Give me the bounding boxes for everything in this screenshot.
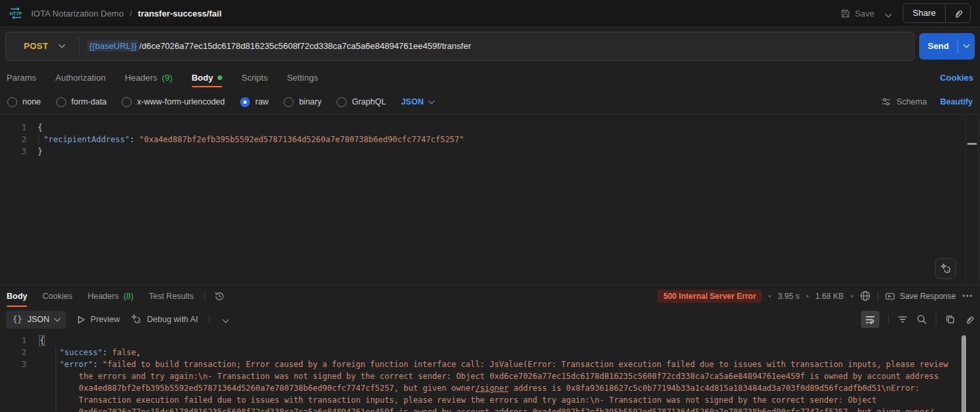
request-tab-body[interactable]: Body [192,65,223,90]
share-group: Share [903,3,971,23]
radio-icon[interactable] [337,97,347,107]
response-tab-headers[interactable]: Headers(8) [87,285,134,307]
status-badge[interactable]: 500 Internal Server Error [657,290,762,303]
save-response-button[interactable]: Save Response [885,291,956,302]
request-bar: POST {{baseURL}} /d6ce7026a77ec15dc6178d… [0,27,980,65]
method-chevron-icon [59,42,65,48]
tab-label: Cookies [42,292,72,301]
code-line: 0xa4ed887bf2efb395b5592ed57871364d5260a7… [0,382,980,394]
save-button[interactable]: Save [840,9,875,19]
url-path: /d6ce7026a77ec15dc6178d816235c5608f72cd3… [140,41,471,51]
request-tab-scripts[interactable]: Scripts [241,65,268,90]
raw-language-label: JSON [401,97,424,106]
save-options-chevron-icon[interactable] [882,5,895,22]
copy-icon[interactable] [945,314,956,325]
code-content: the errors and try again:\n- Transaction… [32,370,938,382]
breadcrumb-request-name[interactable]: transfer-success/fail [138,9,222,19]
body-mode-x-www-form-urlencoded[interactable]: x-www-form-urlencoded [122,97,225,107]
response-size[interactable]: 1.68 KB [815,292,844,301]
schema-button[interactable]: Schema [881,97,927,107]
copy-link-icon[interactable] [946,9,970,19]
code-content: "recipientAddress": "0xa4ed887bf2efb395b… [32,134,464,145]
play-icon [77,315,85,324]
save-button-label: Save [855,9,875,19]
response-toolbar: {} JSON Preview Debug with AI [0,307,980,332]
radio-icon[interactable] [56,97,66,107]
search-icon[interactable] [917,314,927,325]
url-variable: {{baseURL}} [87,40,139,52]
response-tab-body[interactable]: Body [7,285,27,307]
format-chevron-icon [54,315,60,321]
breadcrumb-separator: / [130,9,132,19]
raw-language-dropdown[interactable]: JSON [401,97,434,106]
tab-label: Body [192,73,214,83]
response-tab-test-results[interactable]: Test Results [149,285,194,307]
debug-with-ai-label: Debug with AI [147,315,198,324]
network-globe-icon[interactable] [860,290,871,302]
beautify-button[interactable]: Beautify [940,97,973,106]
code-line: 1{ [0,335,980,347]
tab-label: Headers [87,292,118,301]
wrap-text-toggle[interactable] [861,311,879,328]
response-tab-cookies[interactable]: Cookies [42,285,72,307]
code-line: 1{ [0,122,980,134]
body-mode-graphql[interactable]: GraphQL [337,97,386,107]
editor-scrollbar-track[interactable] [965,114,979,284]
tab-label: Headers [125,73,157,83]
language-chevron-icon [428,97,434,104]
postbot-ai-button[interactable] [935,258,956,279]
code-content: { [32,335,44,347]
radio-icon[interactable] [122,97,132,107]
method-label: POST [24,41,48,51]
request-tab-params[interactable]: Params [7,65,36,90]
request-tab-headers[interactable]: Headers(9) [125,65,173,90]
breadcrumb-collection[interactable]: IOTA Notarization Demo [31,9,124,19]
response-body-editor[interactable]: 1{2"success": false,3"error": "failed to… [0,332,980,412]
line-number [0,394,26,406]
code-line: 3"error": "failed to build transaction; … [0,358,980,370]
url-box: POST {{baseURL}} /d6ce7026a77ec15dc6178d… [5,32,915,61]
breadcrumb: HTTP IOTA Notarization Demo / transfer-s… [9,7,222,20]
preview-button[interactable]: Preview [77,315,120,324]
modified-dot-icon [218,75,222,80]
code-content: 0xa4ed887bf2efb395b5592ed57871364d5260a7… [32,382,920,394]
body-mode-form-data[interactable]: form-data [56,97,107,107]
radio-selected-icon[interactable] [240,97,250,107]
body-mode-none[interactable]: none [7,97,41,107]
filter-icon[interactable] [897,314,908,325]
more-options-icon[interactable]: ••• [962,292,973,300]
tab-count-badge: (9) [162,73,173,83]
svg-text:HTTP: HTTP [10,11,22,17]
url-input[interactable]: {{baseURL}} /d6ce7026a77ec15dc6178d81623… [79,40,471,52]
editor-overview-mark [967,143,977,145]
cookies-link[interactable]: Cookies [940,73,973,83]
ai-sparkle-icon [131,314,142,325]
request-tab-settings[interactable]: Settings [287,65,318,90]
code-line: 2"recipientAddress": "0xa4ed887bf2efb395… [0,134,980,145]
share-button[interactable]: Share [903,4,945,22]
debug-options-chevron-icon[interactable] [221,315,231,324]
code-line: the errors and try again:\n- Transaction… [0,370,980,382]
request-body-editor[interactable]: 1{2"recipientAddress": "0xa4ed887bf2efb3… [0,114,980,284]
send-button[interactable]: Send [919,33,975,60]
meta-separator-dot [806,295,809,298]
divider [209,314,210,325]
response-history-icon[interactable] [214,291,225,302]
response-format-dropdown[interactable]: {} JSON [6,311,66,329]
line-number: 3 [0,145,26,157]
response-scrollbar-thumb[interactable] [961,335,966,412]
copy-link-icon[interactable] [964,315,974,325]
body-mode-label: raw [255,97,268,106]
radio-icon[interactable] [7,97,17,107]
method-select[interactable]: POST [6,41,79,51]
body-mode-raw[interactable]: raw [240,97,268,107]
radio-icon[interactable] [284,97,294,107]
send-options-chevron-icon[interactable] [958,45,975,47]
response-time[interactable]: 3.95 s [778,292,799,301]
request-tab-authorization[interactable]: Authorization [56,65,106,90]
body-mode-binary[interactable]: binary [284,97,321,107]
tab-label: Params [7,73,36,83]
debug-with-ai-button[interactable]: Debug with AI [131,314,198,325]
meta-separator-dot [768,295,771,298]
code-content: "success": false, [32,347,141,358]
